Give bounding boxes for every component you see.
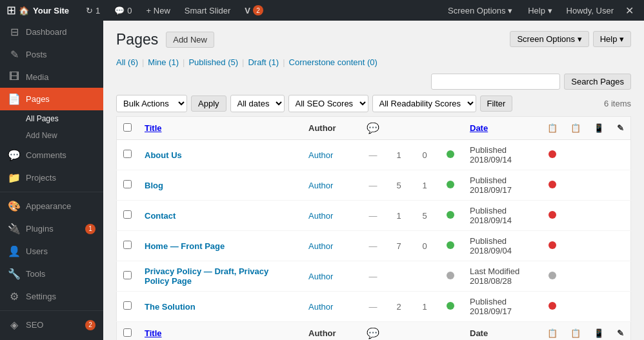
row-col6: 0 — [412, 140, 438, 170]
row-seo-dot — [438, 292, 463, 322]
row-readability-dot — [541, 292, 564, 322]
row-action2[interactable] — [587, 292, 610, 322]
sidebar-item-seo[interactable]: ◈ SEO 2 — [0, 314, 103, 336]
sidebar-item-media[interactable]: 🎞 Media — [0, 66, 103, 88]
row-select-checkbox[interactable] — [123, 241, 132, 249]
all-dates-select[interactable]: All dates — [230, 95, 285, 112]
sidebar-subitem-all-pages[interactable]: All Pages — [0, 110, 103, 127]
row-checkbox[interactable] — [117, 231, 139, 261]
row-action1[interactable] — [564, 170, 587, 201]
sidebar-item-plugins[interactable]: 🔌 Plugins 1 — [0, 217, 103, 240]
page-title-link[interactable]: Blog — [145, 181, 163, 190]
row-action2[interactable] — [587, 140, 610, 170]
adminbar-comments[interactable]: 💬 0 — [108, 0, 138, 21]
row-select-checkbox[interactable] — [123, 150, 132, 158]
row-comment: — — [360, 170, 386, 201]
apply-button-top[interactable]: Apply — [191, 95, 226, 112]
row-action1[interactable] — [564, 201, 587, 231]
filter-mine[interactable]: Mine (1) — [148, 57, 179, 67]
author-link[interactable]: Author — [308, 181, 333, 190]
bulk-actions-select-top[interactable]: Bulk Actions — [116, 95, 187, 112]
sidebar-item-bloom[interactable]: ✿ Bloom — [0, 336, 103, 340]
row-action3[interactable] — [610, 231, 631, 261]
row-action3[interactable] — [610, 140, 631, 170]
add-new-button[interactable]: Add New — [166, 32, 214, 48]
sidebar-item-pages[interactable]: 📄 Pages — [0, 88, 103, 110]
select-all-checkbox-bottom[interactable] — [123, 328, 132, 337]
sidebar-item-posts[interactable]: ✎ Posts — [0, 43, 103, 66]
row-select-checkbox[interactable] — [123, 180, 132, 188]
row-action3[interactable] — [610, 261, 631, 292]
filter-cornerstone[interactable]: Cornerstone content (0) — [289, 57, 377, 67]
row-action3[interactable] — [610, 292, 631, 322]
help-button[interactable]: Help ▾ — [593, 31, 631, 47]
seo-status-dot — [447, 150, 454, 158]
sidebar-subitem-add-new[interactable]: Add New — [0, 127, 103, 144]
author-link[interactable]: Author — [308, 150, 333, 160]
row-action3[interactable] — [610, 201, 631, 231]
row-action1[interactable] — [564, 231, 587, 261]
page-title-link[interactable]: The Solution — [145, 302, 196, 312]
author-link[interactable]: Author — [308, 241, 333, 251]
sidebar-item-projects[interactable]: 📁 Projects — [0, 166, 103, 189]
author-link[interactable]: Author — [308, 211, 333, 221]
col-title[interactable]: Title — [138, 117, 302, 140]
row-action2[interactable] — [587, 170, 610, 201]
footer-col-title[interactable]: Title — [138, 322, 302, 341]
search-pages-button[interactable]: Search Pages — [564, 74, 631, 90]
sidebar-item-appearance[interactable]: 🎨 Appearance — [0, 195, 103, 217]
filter-all[interactable]: All (6) — [116, 57, 138, 67]
sidebar-item-dashboard[interactable]: ⊟ Dashboard — [0, 21, 103, 43]
row-readability-dot — [541, 231, 564, 261]
sidebar-item-tools[interactable]: 🔧 Tools — [0, 263, 103, 285]
adminbar-yoast[interactable]: V 2 — [238, 0, 270, 21]
author-link[interactable]: Author — [308, 272, 333, 281]
row-checkbox[interactable] — [117, 292, 139, 322]
header-right: Screen Options ▾ Help ▾ — [510, 31, 631, 47]
author-link[interactable]: Author — [308, 302, 333, 312]
page-title-link[interactable]: About Us — [145, 150, 182, 160]
row-select-checkbox[interactable] — [123, 301, 132, 310]
row-action1[interactable] — [564, 292, 587, 322]
row-date: Published 2018/09/04 — [463, 231, 541, 261]
row-action1[interactable] — [564, 261, 587, 292]
select-all-checkbox-header[interactable] — [117, 117, 139, 140]
select-all-checkbox[interactable] — [123, 123, 132, 132]
row-action2[interactable] — [587, 261, 610, 292]
search-input[interactable] — [431, 74, 560, 90]
row-select-checkbox[interactable] — [123, 271, 132, 279]
seo-scores-select[interactable]: All SEO Scores — [288, 95, 368, 112]
sidebar-item-users[interactable]: 👤 Users — [0, 240, 103, 263]
page-title-link[interactable]: Privacy Policy — Draft, Privacy Policy P… — [145, 266, 268, 286]
row-checkbox[interactable] — [117, 261, 139, 292]
page-title-link[interactable]: Contact — [145, 211, 176, 221]
filter-button[interactable]: Filter — [480, 95, 513, 112]
filter-draft[interactable]: Draft (1) — [248, 57, 279, 67]
sidebar-item-comments[interactable]: 💬 Comments — [0, 144, 103, 166]
sidebar-item-label: Plugins — [26, 224, 54, 234]
close-icon[interactable]: ✕ — [621, 5, 638, 17]
row-checkbox[interactable] — [117, 201, 139, 231]
posts-icon: ✎ — [8, 48, 21, 61]
adminbar-updates[interactable]: ↻ 1 — [79, 0, 106, 21]
filter-published[interactable]: Published (5) — [188, 57, 238, 67]
row-action3[interactable] — [610, 170, 631, 201]
col-date[interactable]: Date — [463, 117, 541, 140]
screen-options-button[interactable]: Screen Options ▾ — [510, 31, 589, 47]
row-col5: 2 — [386, 292, 412, 322]
row-action1[interactable] — [564, 140, 587, 170]
row-select-checkbox[interactable] — [123, 210, 132, 219]
row-checkbox[interactable] — [117, 170, 139, 201]
help-btn[interactable]: Help ▾ — [521, 0, 558, 21]
site-name[interactable]: 🏠 Your Site — [19, 6, 69, 15]
row-checkbox[interactable] — [117, 140, 139, 170]
adminbar-smart-slider[interactable]: Smart Slider — [178, 0, 237, 21]
row-action2[interactable] — [587, 231, 610, 261]
readability-scores-select[interactable]: All Readability Scores — [372, 95, 476, 112]
select-all-checkbox-footer[interactable] — [117, 322, 139, 341]
row-action2[interactable] — [587, 201, 610, 231]
adminbar-new[interactable]: + New — [140, 0, 177, 21]
screen-options-btn[interactable]: Screen Options ▾ — [441, 0, 519, 21]
page-title-link[interactable]: Home — Front Page — [145, 241, 225, 251]
sidebar-item-settings[interactable]: ⚙ Settings — [0, 285, 103, 308]
